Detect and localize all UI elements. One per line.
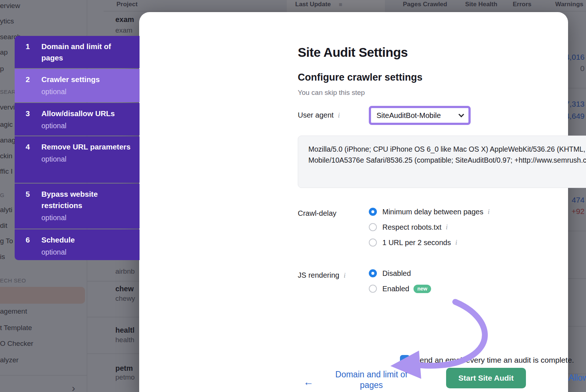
step-optional-tag: optional	[41, 86, 133, 97]
email-checkbox-row[interactable]: ✓ Send an email every time an audit is c…	[400, 355, 574, 365]
radio-label: Enabled	[382, 285, 409, 293]
radio-unselected[interactable]	[369, 238, 377, 247]
crawl-delay-option-1url2s[interactable]: 1 URL per 2 seconds i	[369, 237, 457, 248]
step-title: Bypass website restrictions	[41, 188, 133, 211]
checkbox-checked[interactable]: ✓	[400, 355, 410, 365]
checkbox-label: Send an email every time an audit is com…	[415, 356, 574, 365]
radio-label: 1 URL per 2 seconds	[382, 238, 451, 247]
next-step-link-text: Allow/disallow URLs	[568, 373, 586, 382]
user-agent-label: User agenti	[298, 111, 340, 119]
next-step-link[interactable]: Allow/disallow URLs→	[568, 373, 586, 383]
crawl-delay-label: Crawl-delay	[298, 209, 337, 218]
info-icon[interactable]: i	[344, 272, 345, 280]
step-optional-tag: optional	[41, 247, 133, 258]
step-title: Remove URL parameters	[41, 141, 133, 152]
back-arrow-icon[interactable]: ←	[303, 376, 314, 388]
step-title: Schedule	[41, 234, 133, 245]
step-schedule[interactable]: 6 Schedule optional	[15, 229, 140, 260]
back-step-link[interactable]: Domain and limit of pages	[323, 369, 419, 391]
user-agent-string-box: Mozilla/5.0 (iPhone; CPU iPhone OS 6_0 l…	[298, 136, 586, 188]
js-rendering-label: JS renderingi	[298, 271, 345, 280]
step-heading: Configure crawler settings	[298, 72, 423, 83]
step-number: 4	[26, 141, 41, 183]
user-agent-string: Mozilla/5.0 (iPhone; CPU iPhone OS 6_0 l…	[308, 144, 586, 166]
step-optional-tag: optional	[41, 212, 133, 223]
site-audit-settings-modal: ✕ Site Audit Settings Configure crawler …	[139, 12, 568, 392]
radio-label: Respect robots.txt	[382, 223, 441, 232]
wizard-steps-panel: 1 Domain and limit of pages 2 Crawler se…	[15, 36, 140, 260]
js-rendering-option-disabled[interactable]: Disabled	[369, 268, 411, 278]
crawl-delay-option-min-delay[interactable]: Minimum delay between pages i	[369, 207, 490, 217]
js-rendering-option-enabled[interactable]: Enabled new	[369, 284, 431, 294]
js-rendering-label-text: JS rendering	[298, 271, 339, 279]
radio-selected[interactable]	[369, 269, 377, 277]
info-icon[interactable]: i	[455, 239, 457, 247]
crawl-delay-option-robots[interactable]: Respect robots.txt i	[369, 222, 448, 232]
step-title: Crawler settings	[41, 74, 133, 85]
step-title: Domain and limit of pages	[41, 41, 133, 63]
user-agent-select[interactable]: SiteAuditBot-Mobile	[369, 106, 471, 125]
step-remove-url-parameters[interactable]: 4 Remove URL parameters optional	[15, 136, 140, 183]
step-allow-disallow-urls[interactable]: 3 Allow/disallow URLs optional	[15, 103, 140, 136]
step-number: 3	[26, 108, 41, 136]
start-site-audit-button[interactable]: Start Site Audit	[446, 368, 526, 388]
screen: Project Last Update ≡ Pages Crawled Site…	[0, 0, 586, 392]
radio-label: Minimum delay between pages	[382, 208, 483, 216]
info-icon[interactable]: i	[338, 112, 340, 119]
info-icon[interactable]: i	[446, 223, 448, 231]
radio-label: Disabled	[382, 269, 411, 278]
step-crawler-settings-active[interactable]: 2 Crawler settings optional	[15, 69, 140, 102]
user-agent-label-text: User agent	[298, 111, 334, 119]
modal-title: Site Audit Settings	[298, 45, 408, 60]
step-optional-tag: optional	[41, 120, 133, 131]
step-optional-tag: optional	[41, 154, 133, 164]
new-badge: new	[413, 285, 431, 293]
step-number: 1	[26, 41, 41, 68]
chevron-down-icon	[459, 111, 464, 117]
step-number: 2	[26, 74, 41, 102]
step-domain-and-limit[interactable]: 1 Domain and limit of pages	[15, 36, 140, 68]
step-number: 5	[26, 188, 41, 229]
radio-unselected[interactable]	[369, 223, 377, 231]
radio-selected[interactable]	[369, 208, 377, 216]
info-icon[interactable]: i	[488, 208, 490, 216]
step-title: Allow/disallow URLs	[41, 108, 133, 119]
user-agent-selected-value: SiteAuditBot-Mobile	[377, 111, 441, 120]
skip-hint: You can skip this step	[298, 89, 365, 97]
step-bypass-website-restrictions[interactable]: 5 Bypass website restrictions optional	[15, 184, 140, 229]
step-number: 6	[26, 234, 41, 260]
radio-unselected[interactable]	[369, 285, 377, 293]
